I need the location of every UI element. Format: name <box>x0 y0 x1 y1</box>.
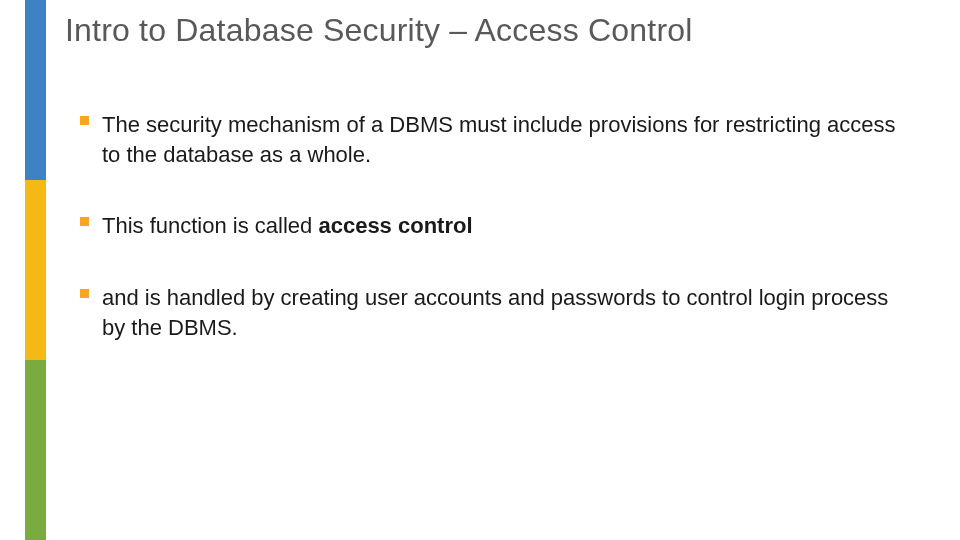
sidebar-seg-blue <box>25 0 46 180</box>
bullet-text: and is handled by creating user accounts… <box>102 285 888 340</box>
slide: Intro to Database Security – Access Cont… <box>0 0 960 540</box>
sidebar-seg-yellow <box>25 180 46 360</box>
bullet-text-bold: access control <box>318 213 472 238</box>
sidebar-color-bar <box>25 0 46 540</box>
bullet-text: The security mechanism of a DBMS must in… <box>102 112 896 167</box>
bullet-item: The security mechanism of a DBMS must in… <box>80 110 900 169</box>
bullet-item: and is handled by creating user accounts… <box>80 283 900 342</box>
bullet-list: The security mechanism of a DBMS must in… <box>80 110 900 384</box>
bullet-item: This function is called access control <box>80 211 900 241</box>
bullet-text: This function is called <box>102 213 318 238</box>
sidebar-seg-green <box>25 360 46 540</box>
slide-title: Intro to Database Security – Access Cont… <box>65 12 693 49</box>
